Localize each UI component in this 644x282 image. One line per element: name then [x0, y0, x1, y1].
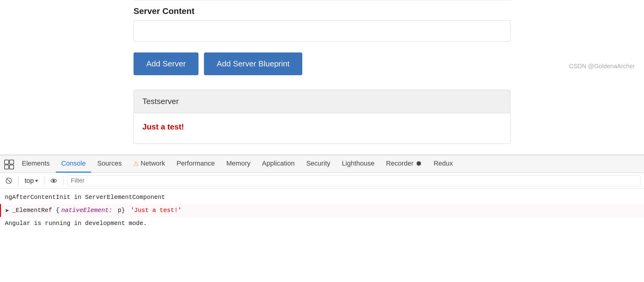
toolbar-separator-2: [44, 176, 44, 185]
svg-rect-1: [10, 160, 14, 164]
console-text-3: Angular is running in development mode.: [5, 219, 147, 228]
console-filter-input[interactable]: [67, 175, 641, 186]
top-input-area: Server Content: [134, 0, 510, 42]
expand-icon[interactable]: ▶: [6, 206, 9, 215]
svg-line-5: [7, 179, 11, 183]
tab-redux[interactable]: Redux: [428, 155, 459, 173]
svg-rect-3: [10, 165, 14, 169]
eye-icon[interactable]: [48, 175, 59, 186]
console-object-label: _ElementRef {: [12, 206, 59, 215]
tab-console[interactable]: Console: [56, 155, 91, 173]
svg-rect-0: [5, 160, 9, 164]
server-card-header: Testserver: [134, 90, 510, 113]
devtools-toggle-icon[interactable]: [2, 157, 16, 171]
button-row: Add Server Add Server Blueprint: [134, 52, 510, 75]
svg-point-7: [53, 180, 55, 182]
console-text-1: ngAfterContentInit in ServerElementCompo…: [5, 193, 165, 202]
tab-elements[interactable]: Elements: [16, 155, 55, 173]
tab-network[interactable]: ⚠ Network: [128, 155, 171, 173]
toolbar-separator-3: [63, 176, 63, 185]
server-card-message: Just a test!: [142, 122, 502, 132]
context-selector-value: top: [25, 177, 34, 185]
toolbar-separator-1: [18, 176, 19, 185]
add-server-blueprint-button[interactable]: Add Server Blueprint: [204, 52, 302, 75]
server-card: Testserver Just a test!: [134, 90, 510, 144]
field-label: Server Content: [134, 6, 510, 16]
console-value: 'Just a test!': [127, 206, 181, 215]
tab-memory[interactable]: Memory: [221, 155, 256, 173]
server-card-body: Just a test!: [134, 113, 510, 143]
chevron-down-icon: ▾: [35, 177, 38, 184]
tab-security[interactable]: Security: [301, 155, 336, 173]
tab-sources[interactable]: Sources: [92, 155, 127, 173]
devtools-tabs-bar: Elements Console Sources ⚠ Network Perfo…: [0, 155, 644, 173]
main-content: Server Content Add Server Add Server Blu…: [0, 0, 644, 155]
console-line-2: ▶ _ElementRef { nativeElement: p} 'Just …: [0, 204, 644, 217]
tab-performance[interactable]: Performance: [171, 155, 220, 173]
tab-application[interactable]: Application: [256, 155, 300, 173]
devtools-console: ngAfterContentInit in ServerElementCompo…: [0, 189, 644, 282]
watermark: CSDN @GoldenaArcher: [569, 63, 635, 70]
clear-console-icon[interactable]: [3, 175, 15, 186]
add-server-button[interactable]: Add Server: [134, 52, 198, 75]
server-content-input[interactable]: [134, 20, 510, 42]
tab-recorder[interactable]: Recorder ⏺: [381, 155, 428, 173]
devtools-panel: Elements Console Sources ⚠ Network Perfo…: [0, 155, 644, 282]
console-line-3: Angular is running in development mode.: [0, 217, 644, 230]
context-selector[interactable]: top ▾: [22, 176, 40, 186]
console-line-1: ngAfterContentInit in ServerElementCompo…: [0, 191, 644, 204]
devtools-toolbar: top ▾: [0, 173, 644, 189]
console-prop: nativeElement:: [61, 206, 112, 215]
network-warning-icon: ⚠: [133, 160, 139, 167]
svg-rect-2: [5, 165, 9, 169]
tab-lighthouse[interactable]: Lighthouse: [336, 155, 380, 173]
